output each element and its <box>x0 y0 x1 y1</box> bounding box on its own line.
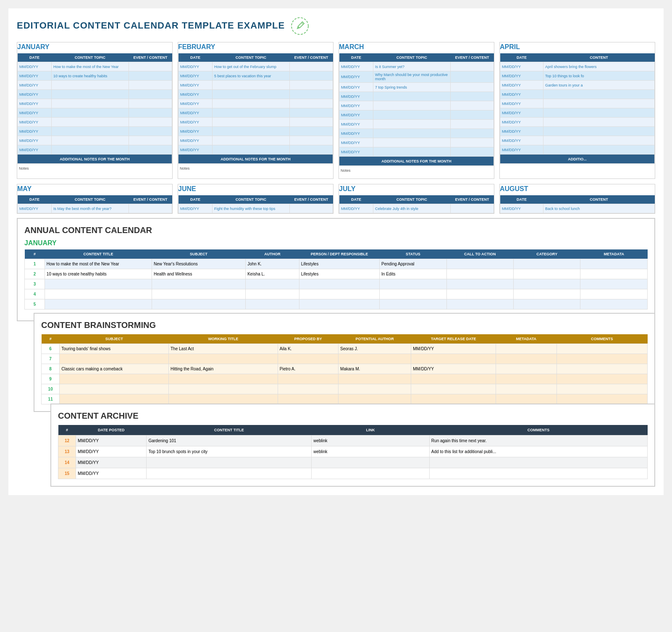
january-table: DATE CONTENT TOPIC EVENT / CONTENT MM/DD… <box>17 53 172 164</box>
date-cell: MM/DD/YY <box>18 71 52 81</box>
table-row: 14 MM/DD/YY <box>58 457 648 468</box>
event-cell <box>129 71 172 81</box>
table-row: MM/DD/YY <box>18 118 172 127</box>
brainstorm-section: CONTENT BRAINSTORMING # SUBJECT WORKING … <box>34 313 655 412</box>
may-table: DATE CONTENT TOPIC EVENT / CONTENT MM/DD… <box>17 195 172 213</box>
brainstorm-title: CONTENT BRAINSTORMING <box>41 320 648 330</box>
table-row: MM/DD/YY <box>178 136 333 145</box>
table-row: 10 <box>42 384 648 394</box>
table-row: MM/DD/YY <box>500 136 655 145</box>
month-july: JULY DATE CONTENT TOPIC EVENT / CONTENT … <box>339 184 494 214</box>
table-row: MM/DD/YYHow to make the most of the New … <box>18 62 172 71</box>
svg-point-0 <box>291 18 308 34</box>
table-row: MM/DD/YY <box>178 90 333 99</box>
main-title: EDITORIAL CONTENT CALENDAR TEMPLATE EXAM… <box>17 20 285 31</box>
table-row: MM/DD/YY <box>500 145 655 155</box>
month-june: JUNE DATE CONTENT TOPIC EVENT / CONTENT … <box>178 184 333 214</box>
table-row: 8 Classic cars making a comeback Hitting… <box>42 364 648 374</box>
table-row: MM/DD/YY <box>178 108 333 118</box>
annual-content-calendar-section: ANNUAL CONTENT CALENDAR JANUARY # CONTEN… <box>17 218 655 321</box>
table-row: MM/DD/YY <box>18 81 172 90</box>
table-row: 11 <box>42 394 648 404</box>
table-row: MM/DD/YYTop 10 things to look fo <box>500 71 655 81</box>
table-row: MM/DD/YYApril showers bring the flowers <box>500 62 655 71</box>
table-row: MM/DD/YY5 best places to vacation this y… <box>178 71 333 81</box>
annual-section-title: ANNUAL CONTENT CALENDAR <box>24 226 648 235</box>
table-row: 1 How to make the most of the New Year N… <box>25 259 648 269</box>
month-march: MARCH DATE CONTENT TOPIC EVENT / CONTENT… <box>339 42 494 179</box>
table-row: 13 MM/DD/YY Top 10 brunch spots in your … <box>58 446 648 457</box>
month-august: AUGUST DATE CONTENT MM/DD/YYBack to scho… <box>499 184 655 214</box>
topic-cell: How to make the most of the New Year <box>51 62 129 71</box>
month-name-january: JANUARY <box>17 42 172 52</box>
table-row: MM/DD/YY <box>500 99 655 108</box>
table-row: MM/DD/YY <box>18 108 172 118</box>
table-row: MM/DD/YYFight the humidity with these to… <box>178 204 333 213</box>
month-name-march: MARCH <box>339 42 494 52</box>
month-name-august: AUGUST <box>500 184 655 194</box>
table-row: MM/DD/YY <box>18 127 172 136</box>
notes-row: ADDITIO... <box>500 155 655 164</box>
table-row: 15 MM/DD/YY <box>58 468 648 479</box>
archive-section: CONTENT ARCHIVE # DATE POSTED CONTENT TI… <box>50 404 655 487</box>
february-table: DATE CONTENT TOPIC EVENT / CONTENT MM/DD… <box>178 53 333 164</box>
table-row: MM/DD/YY <box>500 108 655 118</box>
table-row: 12 MM/DD/YY Gardening 101 weblink Run ag… <box>58 435 648 446</box>
table-row: MM/DD/YY <box>339 138 494 147</box>
brainstorm-table: # SUBJECT WORKING TITLE PROPOSED BY POTE… <box>41 334 648 404</box>
month-name-june: JUNE <box>178 184 333 194</box>
table-row: MM/DD/YY <box>500 118 655 127</box>
notes-row: ADDITIONAL NOTES FOR THE MONTH <box>18 155 172 164</box>
archive-table: # DATE POSTED CONTENT TITLE LINK COMMENT… <box>58 425 648 479</box>
table-row: MM/DD/YY <box>339 110 494 120</box>
months-row-2: MAY DATE CONTENT TOPIC EVENT / CONTENT M… <box>17 184 655 214</box>
annual-table: # CONTENT TITLE SUBJECT AUTHOR PERSON / … <box>24 249 648 309</box>
jan-col-date: DATE <box>18 53 52 62</box>
table-row: MM/DD/YYIs it Summer yet? <box>339 62 494 71</box>
notes-label: ADDITIONAL NOTES FOR THE MONTH <box>18 155 172 164</box>
june-table: DATE CONTENT TOPIC EVENT / CONTENT MM/DD… <box>178 195 333 213</box>
table-row: MM/DD/YY <box>500 127 655 136</box>
table-row: 3 <box>25 279 648 289</box>
table-row: MM/DD/YY <box>339 129 494 138</box>
date-cell: MM/DD/YY <box>18 62 52 71</box>
table-row: MM/DD/YY <box>178 127 333 136</box>
month-april: APRIL DATE CONTENT MM/DD/YYApril showers… <box>499 42 655 179</box>
month-name-february: FEBRUARY <box>178 42 333 52</box>
table-row: MM/DD/YY <box>178 81 333 90</box>
table-row: MM/DD/YY <box>178 145 333 155</box>
table-row: MM/DD/YY <box>18 136 172 145</box>
table-row: MM/DD/YYBack to school lunch <box>500 204 655 213</box>
table-row: MM/DD/YY <box>178 118 333 127</box>
month-january: JANUARY DATE CONTENT TOPIC EVENT / CONTE… <box>17 42 173 179</box>
july-table: DATE CONTENT TOPIC EVENT / CONTENT MM/DD… <box>339 195 494 213</box>
table-row: MM/DD/YY10 ways to create healthy habits <box>18 71 172 81</box>
table-row: MM/DD/YY <box>178 99 333 108</box>
table-row: MM/DD/YYIs May the best month of the yea… <box>18 204 172 213</box>
table-row: 4 <box>25 289 648 299</box>
table-row: 7 <box>42 354 648 364</box>
annual-january-label: JANUARY <box>24 239 648 247</box>
table-row: 5 <box>25 299 648 309</box>
table-row: 9 <box>42 374 648 384</box>
month-name-april: APRIL <box>500 42 655 52</box>
august-table: DATE CONTENT MM/DD/YYBack to school lunc… <box>500 195 655 213</box>
table-row: MM/DD/YY <box>339 147 494 157</box>
notes-area-january: Notes <box>17 164 172 176</box>
archive-title: CONTENT ARCHIVE <box>58 411 648 421</box>
notes-row: ADDITIONAL NOTES FOR THE MONTH <box>339 157 494 166</box>
month-february: FEBRUARY DATE CONTENT TOPIC EVENT / CONT… <box>178 42 333 179</box>
table-row: 6 Touring bands' final shows The Last Ac… <box>42 344 648 354</box>
month-may: MAY DATE CONTENT TOPIC EVENT / CONTENT M… <box>17 184 173 214</box>
table-row: MM/DD/YY <box>339 92 494 101</box>
notes-area-february: Notes <box>178 164 333 176</box>
table-row: MM/DD/YYWhy March should be your most pr… <box>339 71 494 83</box>
stacked-sections: ANNUAL CONTENT CALENDAR JANUARY # CONTEN… <box>17 218 655 487</box>
table-row: MM/DD/YY <box>18 90 172 99</box>
table-row: MM/DD/YY7 top Spring trends <box>339 83 494 92</box>
april-table: DATE CONTENT MM/DD/YYApril showers bring… <box>500 53 655 164</box>
topic-cell: 10 ways to create healthy habits <box>51 71 129 81</box>
table-row: 2 10 ways to create healthy habits Healt… <box>25 269 648 279</box>
table-row: MM/DD/YY <box>339 120 494 129</box>
pencil-icon <box>291 17 309 36</box>
